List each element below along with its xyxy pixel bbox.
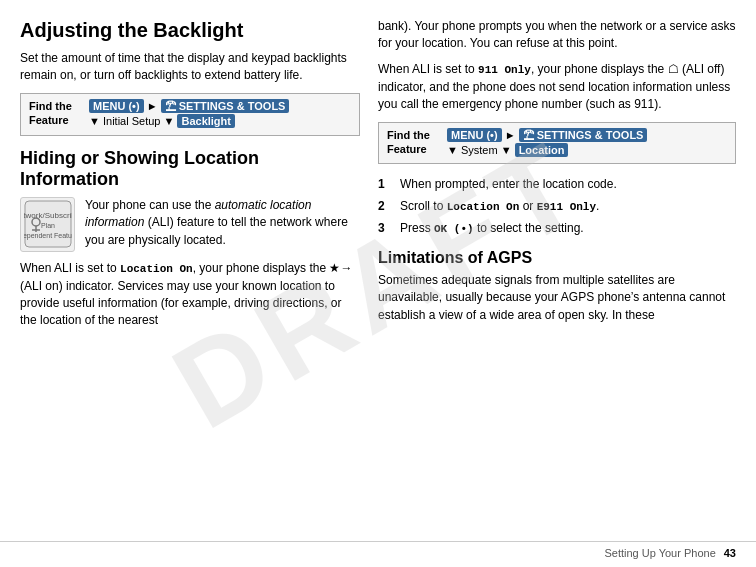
setup-label-1: Initial Setup (103, 115, 164, 127)
arrow-3: ▼ (164, 115, 178, 127)
step-2: 2 Scroll to Location On or E911 Only. (378, 198, 736, 215)
section2-body1: Your phone can use the automatic locatio… (85, 197, 360, 252)
find-feature-path-1: MENU (•) ► ⛱ SETTINGS & TOOLS ▼ Initial … (89, 99, 351, 130)
footer-label: Setting Up Your Phone (604, 547, 715, 559)
right-column: bank). Your phone prompts you when the n… (378, 18, 736, 557)
find-feature-label-2: Find theFeature (387, 128, 437, 157)
find-feature-path-2: MENU (•) ► ⛱ SETTINGS & TOOLS ▼ System ▼… (447, 128, 727, 159)
menu-highlight-1: MENU (•) (89, 99, 144, 113)
section3-title: Limitations of AGPS (378, 248, 736, 267)
left-column: Adjusting the Backlight Set the amount o… (20, 18, 360, 557)
content-area: Adjusting the Backlight Set the amount o… (0, 0, 756, 567)
settings-highlight-1: ⛱ SETTINGS & TOOLS (161, 99, 290, 113)
numbered-list: 1 When prompted, enter the location code… (378, 176, 736, 238)
step-1-num: 1 (378, 176, 392, 193)
svg-text:Network/Subscriber: Network/Subscriber (24, 211, 72, 220)
system-label: System (461, 144, 501, 156)
page-container: DRAFT Adjusting the Backlight Set the am… (0, 0, 756, 567)
menu-highlight-2: MENU (•) (447, 128, 502, 142)
location-highlight: Location (515, 143, 569, 157)
location-svg: Network/Subscriber Plan Dependent Featur… (24, 200, 72, 248)
right-body2: When ALI is set to 911 Only, your phone … (378, 61, 736, 114)
settings-highlight-2: ⛱ SETTINGS & TOOLS (519, 128, 648, 142)
right-body2-pre: When ALI is set to (378, 62, 478, 76)
step-3-code: OK (•) (434, 223, 474, 235)
step-2-code2: E911 Only (537, 201, 596, 213)
arrow-5: ▼ (447, 144, 461, 156)
svg-text:Plan: Plan (40, 222, 54, 229)
location-icon-row: Network/Subscriber Plan Dependent Featur… (20, 197, 360, 252)
section1-title: Adjusting the Backlight (20, 18, 360, 42)
body1-pre: Your phone can use the (85, 198, 215, 212)
svg-text:Dependent Feature: Dependent Feature (24, 232, 72, 240)
step-3: 3 Press OK (•) to select the setting. (378, 220, 736, 237)
location-icon: Network/Subscriber Plan Dependent Featur… (20, 197, 75, 252)
backlight-highlight: Backlight (177, 114, 235, 128)
arrow-1: ► (147, 100, 161, 112)
section2-title: Hiding or Showing Location Information (20, 148, 360, 191)
step-3-text: Press OK (•) to select the setting. (400, 220, 584, 237)
step-3-num: 3 (378, 220, 392, 237)
right-body2-bold: 911 Only (478, 64, 531, 76)
right-body-top: bank). Your phone prompts you when the n… (378, 18, 736, 53)
find-feature-box-1: Find theFeature MENU (•) ► ⛱ SETTINGS & … (20, 93, 360, 136)
step-2-code1: Location On (447, 201, 520, 213)
footer-page: 43 (724, 547, 736, 559)
body2-bold: Location On (120, 263, 193, 275)
section1-body1: Set the amount of time that the display … (20, 50, 360, 85)
step-1-text: When prompted, enter the location code. (400, 176, 617, 193)
section3-body: Sometimes adequate signals from multiple… (378, 272, 736, 324)
find-feature-label-1: Find theFeature (29, 99, 79, 128)
page-footer: Setting Up Your Phone 43 (0, 541, 756, 559)
arrow-4: ► (505, 129, 519, 141)
arrow-2: ▼ (89, 115, 103, 127)
body2-pre: When ALI is set to (20, 261, 120, 275)
arrow-6: ▼ (501, 144, 515, 156)
section2-body2: When ALI is set to Location On, your pho… (20, 260, 360, 330)
step-1: 1 When prompted, enter the location code… (378, 176, 736, 193)
step-2-text: Scroll to Location On or E911 Only. (400, 198, 599, 215)
find-feature-box-2: Find theFeature MENU (•) ► ⛱ SETTINGS & … (378, 122, 736, 165)
step-2-num: 2 (378, 198, 392, 215)
